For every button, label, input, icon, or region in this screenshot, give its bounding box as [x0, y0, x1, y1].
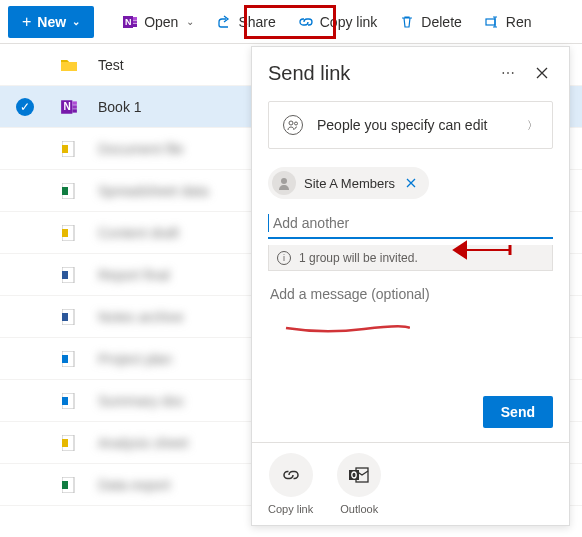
file-icon — [60, 392, 78, 410]
command-bar: + New ⌄ N Open ⌄ Share Copy link Delete … — [0, 0, 582, 44]
svg-point-30 — [295, 122, 298, 125]
svg-text:N: N — [125, 17, 132, 27]
chip-remove-icon[interactable] — [403, 177, 419, 189]
file-icon — [60, 224, 78, 242]
copylink-label: Copy link — [320, 14, 378, 30]
text-cursor — [268, 214, 269, 232]
file-name: Book 1 — [98, 99, 142, 115]
new-label: New — [37, 14, 66, 30]
chevron-down-icon: ⌄ — [72, 16, 80, 27]
svg-rect-18 — [62, 271, 68, 279]
info-bar: i 1 group will be invited. — [268, 245, 553, 271]
more-icon: ⋯ — [501, 65, 515, 81]
new-button[interactable]: + New ⌄ — [8, 6, 94, 38]
send-button[interactable]: Send — [483, 396, 553, 428]
message-input[interactable] — [268, 285, 553, 303]
svg-rect-26 — [62, 439, 68, 447]
info-icon: i — [277, 251, 291, 265]
more-button[interactable]: ⋯ — [497, 61, 519, 85]
file-icon — [60, 182, 78, 200]
panel-title: Send link — [268, 62, 350, 85]
file-name: Notes archive — [98, 309, 184, 325]
file-name: Data export — [98, 477, 170, 493]
rename-label: Ren — [506, 14, 532, 30]
recipient-chip[interactable]: Site A Members — [268, 167, 429, 199]
svg-rect-8 — [72, 105, 77, 108]
trash-icon — [399, 14, 415, 30]
chevron-down-icon: ⌄ — [186, 16, 194, 27]
people-icon — [283, 115, 303, 135]
delete-button[interactable]: Delete — [389, 6, 471, 38]
outlook-icon — [337, 453, 381, 497]
share-icon — [216, 14, 232, 30]
svg-rect-2 — [133, 20, 137, 23]
file-icon — [60, 266, 78, 284]
svg-point-29 — [289, 121, 293, 125]
copylink-button[interactable]: Copy link — [288, 6, 388, 38]
onenote-icon: N — [60, 98, 78, 116]
permission-text: People you specify can edit — [317, 117, 513, 133]
file-name: Report final — [98, 267, 170, 283]
svg-rect-22 — [62, 355, 68, 363]
svg-point-31 — [281, 178, 287, 184]
add-recipient-field[interactable] — [268, 209, 553, 239]
open-button[interactable]: N Open ⌄ — [112, 6, 204, 38]
chevron-right-icon: 〉 — [527, 118, 538, 133]
panel-copylink-label: Copy link — [268, 503, 313, 515]
add-recipient-input[interactable] — [271, 214, 553, 232]
svg-rect-24 — [62, 397, 68, 405]
share-label: Share — [238, 14, 275, 30]
avatar-icon — [272, 171, 296, 195]
svg-rect-12 — [62, 145, 68, 153]
svg-rect-16 — [62, 229, 68, 237]
info-text: 1 group will be invited. — [299, 251, 418, 265]
svg-rect-3 — [133, 24, 137, 27]
svg-rect-20 — [62, 313, 68, 321]
open-label: Open — [144, 14, 178, 30]
annotation-underline — [284, 325, 410, 333]
svg-rect-14 — [62, 187, 68, 195]
file-name: Spreadsheet data — [98, 183, 209, 199]
file-name: Test — [98, 57, 124, 73]
folder-icon — [60, 56, 78, 74]
plus-icon: + — [22, 13, 31, 31]
link-icon — [269, 453, 313, 497]
file-icon — [60, 350, 78, 368]
share-button[interactable]: Share — [206, 6, 285, 38]
select-circle[interactable] — [16, 98, 34, 116]
file-name: Content draft — [98, 225, 179, 241]
close-button[interactable] — [531, 62, 553, 84]
panel-outlook-button[interactable]: Outlook — [337, 453, 381, 515]
file-name: Document file — [98, 141, 184, 157]
file-icon — [60, 476, 78, 494]
svg-rect-28 — [62, 481, 68, 489]
chip-label: Site A Members — [304, 176, 395, 191]
permission-selector[interactable]: People you specify can edit 〉 — [268, 101, 553, 149]
rename-button[interactable]: Ren — [474, 6, 542, 38]
file-name: Analysis sheet — [98, 435, 188, 451]
file-name: Project plan — [98, 351, 172, 367]
file-icon — [60, 308, 78, 326]
onenote-icon: N — [122, 14, 138, 30]
link-icon — [298, 14, 314, 30]
share-panel: Send link ⋯ People you specify can edit … — [251, 46, 570, 526]
svg-rect-5 — [486, 19, 495, 25]
svg-rect-9 — [72, 109, 77, 112]
svg-text:N: N — [63, 101, 70, 112]
file-icon — [60, 434, 78, 452]
close-icon — [535, 66, 549, 80]
file-icon — [60, 140, 78, 158]
file-name: Summary doc — [98, 393, 184, 409]
delete-label: Delete — [421, 14, 461, 30]
svg-rect-1 — [133, 17, 137, 20]
panel-outlook-label: Outlook — [340, 503, 378, 515]
svg-rect-7 — [72, 101, 77, 104]
rename-icon — [484, 14, 500, 30]
panel-copylink-button[interactable]: Copy link — [268, 453, 313, 515]
